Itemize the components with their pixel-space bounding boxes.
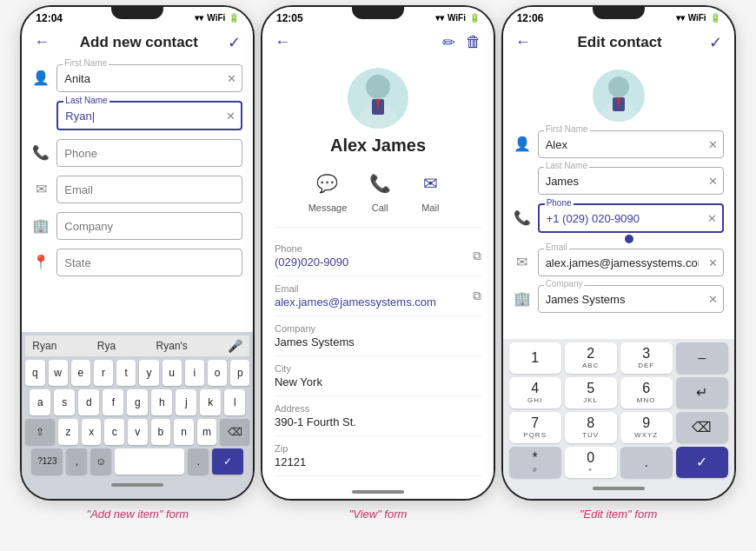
action-mail[interactable]: ✉ Mail — [413, 168, 448, 213]
num-0[interactable]: 0+ — [565, 447, 617, 478]
delete-button-2[interactable]: 🗑 — [466, 33, 481, 52]
key-f[interactable]: f — [103, 389, 123, 415]
mic-icon[interactable]: 🎤 — [228, 339, 242, 353]
key-comma[interactable]: , — [66, 448, 87, 475]
num-star[interactable]: *# — [509, 447, 561, 478]
num-9[interactable]: 9WXYZ — [620, 412, 673, 443]
key-k[interactable]: k — [200, 389, 221, 415]
key-period[interactable]: . — [188, 448, 209, 475]
state-field[interactable] — [56, 249, 242, 276]
key-q[interactable]: q — [25, 360, 44, 386]
key-w[interactable]: w — [49, 360, 68, 386]
svg-point-0 — [366, 75, 390, 99]
key-t[interactable]: t — [116, 360, 136, 386]
num-1[interactable]: 1 — [509, 342, 561, 374]
key-a[interactable]: a — [30, 389, 50, 415]
company-input[interactable] — [64, 220, 217, 233]
phone-copy-icon[interactable]: ⧉ — [473, 249, 481, 263]
key-x[interactable]: x — [82, 419, 102, 445]
suggestion-3[interactable]: Ryan's — [156, 340, 188, 352]
edit-first-name-field[interactable]: First Name ✕ — [538, 130, 724, 158]
edit-last-name-clear[interactable]: ✕ — [708, 174, 718, 187]
edit-phone-input[interactable] — [547, 212, 698, 225]
num-8[interactable]: 8TUV — [565, 412, 617, 443]
first-name-row: 👤 First Name ✕ — [32, 64, 242, 92]
suggestion-1[interactable]: Ryan — [32, 340, 56, 352]
back-button-3[interactable]: ← — [515, 33, 531, 51]
key-p[interactable]: p — [230, 360, 249, 386]
suggestion-2[interactable]: Rya — [97, 340, 116, 352]
email-field[interactable] — [56, 176, 242, 203]
edit-phone-field[interactable]: Phone ✕ — [538, 203, 724, 233]
edit-last-name-input[interactable] — [546, 175, 699, 188]
action-call[interactable]: 📞 Call — [362, 168, 397, 213]
key-return[interactable]: ✓ — [212, 448, 243, 475]
edit-company-field[interactable]: Company ✕ — [538, 285, 724, 313]
key-s[interactable]: s — [54, 389, 75, 415]
key-c[interactable]: c — [104, 419, 124, 445]
key-i[interactable]: i — [185, 360, 204, 386]
email-icon-1: ✉ — [32, 181, 50, 197]
key-emoji[interactable]: ☺ — [90, 448, 111, 475]
phone-field[interactable] — [56, 139, 242, 167]
key-y[interactable]: y — [139, 360, 158, 386]
edit-button-2[interactable]: ✏ — [442, 33, 455, 52]
edit-first-name-input[interactable] — [546, 138, 699, 151]
email-copy-icon[interactable]: ⧉ — [473, 289, 481, 303]
last-name-field[interactable]: Last Name ✕ — [56, 101, 242, 130]
edit-company-input[interactable] — [546, 293, 699, 306]
first-name-field[interactable]: First Name ✕ — [56, 64, 242, 92]
phone-input[interactable] — [64, 147, 217, 160]
state-input[interactable] — [64, 256, 217, 269]
num-backspace[interactable]: ⌫ — [676, 412, 728, 443]
key-g[interactable]: g — [127, 389, 148, 415]
key-j[interactable]: j — [176, 389, 196, 415]
edit-first-name-clear[interactable]: ✕ — [708, 137, 718, 150]
key-n[interactable]: n — [174, 419, 194, 445]
num-7[interactable]: 7PQRS — [509, 412, 561, 443]
key-d[interactable]: d — [78, 389, 99, 415]
key-l[interactable]: l — [224, 389, 245, 415]
back-button-1[interactable]: ← — [34, 33, 50, 51]
edit-company-clear[interactable]: ✕ — [708, 292, 718, 305]
num-3[interactable]: 3DEF — [620, 342, 673, 374]
key-r[interactable]: r — [94, 360, 113, 386]
key-z[interactable]: z — [58, 419, 78, 445]
key-shift[interactable]: ⇧ — [25, 419, 55, 445]
key-v[interactable]: v — [128, 419, 148, 445]
edit-email-field[interactable]: Email ✕ — [538, 249, 724, 276]
email-input[interactable] — [64, 183, 217, 196]
last-name-clear[interactable]: ✕ — [226, 109, 235, 122]
num-enter[interactable]: ↵ — [676, 377, 728, 408]
back-button-2[interactable]: ← — [275, 33, 290, 51]
num-dot[interactable]: . — [620, 447, 673, 478]
check-button-3[interactable]: ✓ — [709, 33, 722, 52]
edit-last-name-field[interactable]: Last Name ✕ — [538, 167, 724, 195]
first-name-clear[interactable]: ✕ — [227, 71, 236, 84]
last-name-input[interactable] — [65, 110, 216, 123]
key-u[interactable]: u — [162, 360, 182, 386]
key-h[interactable]: h — [151, 389, 172, 415]
num-5[interactable]: 5JKL — [565, 377, 617, 408]
company-field[interactable] — [56, 212, 242, 240]
key-123[interactable]: ?123 — [31, 448, 63, 475]
num-4[interactable]: 4GHI — [509, 377, 561, 408]
num-2[interactable]: 2ABC — [565, 342, 617, 374]
mail-icon: ✉ — [413, 168, 448, 199]
key-space[interactable] — [115, 448, 184, 475]
edit-email-input[interactable] — [546, 256, 699, 269]
first-name-input[interactable] — [64, 72, 217, 85]
check-button-1[interactable]: ✓ — [228, 33, 241, 52]
action-message[interactable]: 💬 Message — [308, 168, 348, 213]
num-check[interactable]: ✓ — [676, 447, 728, 478]
key-e[interactable]: e — [71, 360, 90, 386]
key-o[interactable]: o — [208, 360, 227, 386]
num-minus[interactable]: – — [676, 342, 728, 374]
key-m[interactable]: m — [197, 419, 217, 445]
key-b[interactable]: b — [151, 419, 171, 445]
edit-phone-clear[interactable]: ✕ — [707, 211, 717, 224]
key-backspace[interactable]: ⌫ — [220, 419, 249, 445]
num-6[interactable]: 6MNO — [620, 377, 673, 408]
edit-email-clear[interactable]: ✕ — [708, 256, 718, 269]
phone-row: 📞 — [32, 139, 242, 167]
